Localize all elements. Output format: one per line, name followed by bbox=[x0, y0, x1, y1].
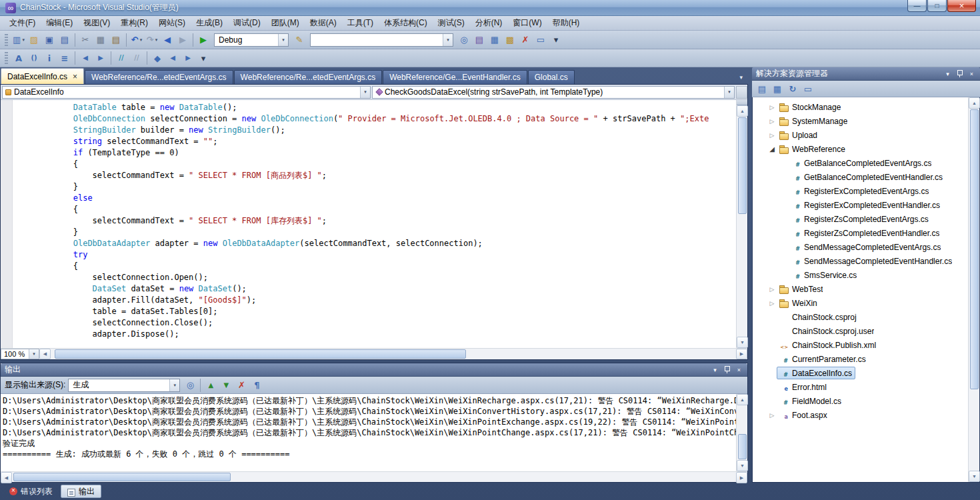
scroll-right-icon[interactable]: ▶ bbox=[736, 349, 747, 359]
code-lines[interactable]: DataTable table = new DataTable(); OleDb… bbox=[13, 100, 736, 348]
toolbar-grip[interactable] bbox=[5, 52, 8, 64]
scrollbar-track[interactable] bbox=[969, 390, 979, 471]
split-window-button[interactable] bbox=[736, 86, 747, 99]
types-combo[interactable]: DataExcelInfo ▾ bbox=[2, 86, 371, 99]
copy-icon[interactable]: ▦ bbox=[93, 33, 108, 47]
title-bar[interactable]: ∞ ChainStock - Microsoft Visual Studio(管… bbox=[0, 0, 980, 16]
document-tab[interactable]: Global.cs bbox=[528, 70, 575, 84]
collapsed-arrow-icon[interactable]: ▷ bbox=[767, 300, 777, 307]
output-horizontal-scrollbar[interactable]: ◀ ▶ bbox=[1, 471, 747, 482]
tree-item[interactable]: #SmsService.cs bbox=[753, 268, 968, 282]
menu-item[interactable]: 帮助(H) bbox=[547, 16, 585, 30]
tab-close-icon[interactable]: × bbox=[73, 72, 77, 81]
tree-item[interactable]: ▷StockManage bbox=[753, 100, 968, 114]
show-all-files-icon[interactable]: ▦ bbox=[770, 81, 785, 96]
expanded-arrow-icon[interactable]: ◢ bbox=[767, 145, 777, 153]
solution-explorer-icon[interactable]: ▤ bbox=[472, 33, 487, 47]
collapsed-arrow-icon[interactable]: ▷ bbox=[767, 132, 777, 139]
object-browser-icon[interactable]: ▭ bbox=[533, 33, 548, 47]
navigate-backward-icon[interactable]: ◀ bbox=[160, 33, 175, 47]
auto-hide-pin-icon[interactable] bbox=[955, 69, 964, 78]
tree-item[interactable]: ▷WeiXin bbox=[753, 296, 968, 310]
find-combo[interactable]: ▾ bbox=[310, 33, 453, 47]
menu-item[interactable]: 工具(T) bbox=[342, 16, 379, 30]
menu-item[interactable]: 文件(F) bbox=[4, 16, 41, 30]
properties-window-icon[interactable]: ▦ bbox=[487, 33, 502, 47]
maximize-button[interactable]: □ bbox=[927, 0, 947, 12]
scroll-left-icon[interactable]: ◀ bbox=[39, 349, 51, 359]
tree-item[interactable]: #SendMessageCompletedEventHandler.cs bbox=[753, 254, 968, 268]
minimize-button[interactable]: — bbox=[907, 0, 927, 12]
document-tab[interactable]: DataExcelInfo.cs× bbox=[1, 68, 84, 84]
tree-item[interactable]: ▷aFoot.aspx bbox=[753, 408, 968, 422]
properties-icon[interactable]: ▤ bbox=[755, 81, 769, 96]
save-icon[interactable]: ▣ bbox=[42, 33, 57, 47]
tree-item[interactable]: #SendMessageCompletedEventArgs.cs bbox=[753, 240, 968, 254]
scroll-up-icon[interactable]: ▲ bbox=[969, 97, 980, 109]
uncomment-selection-icon[interactable]: // bbox=[129, 51, 144, 65]
output-source-combo[interactable]: 生成 ▾ bbox=[68, 379, 180, 392]
document-list-dropdown-icon[interactable]: ▾ bbox=[739, 74, 743, 81]
prev-message-icon[interactable]: ▲ bbox=[203, 378, 218, 393]
collapsed-arrow-icon[interactable]: ▷ bbox=[767, 104, 777, 111]
scroll-up-icon[interactable]: ▲ bbox=[737, 105, 748, 117]
collapsed-arrow-icon[interactable]: ▷ bbox=[767, 286, 777, 293]
document-tab[interactable]: WebReference/Re...etedEventArgs.cs bbox=[234, 70, 383, 84]
refresh-icon[interactable]: ↻ bbox=[785, 81, 800, 96]
increase-indent-icon[interactable]: ▶ bbox=[93, 51, 108, 65]
solution-explorer-scrollbar[interactable]: ▲ ▼ bbox=[968, 97, 979, 482]
window-position-icon[interactable]: ▾ bbox=[711, 365, 719, 374]
scroll-down-icon[interactable]: ▼ bbox=[737, 337, 748, 348]
menu-item[interactable]: 网站(S) bbox=[153, 16, 191, 30]
toolbar-grip[interactable] bbox=[5, 34, 8, 46]
document-tab[interactable]: WebReference/Ge...EventHandler.cs bbox=[383, 70, 527, 84]
menu-item[interactable]: 重构(R) bbox=[115, 16, 153, 30]
decrease-indent-icon[interactable]: ◀ bbox=[78, 51, 93, 65]
tree-item[interactable]: #GetBalanceCompletedEventArgs.cs bbox=[753, 156, 968, 170]
menu-item[interactable]: 测试(S) bbox=[433, 16, 470, 30]
tree-item[interactable]: ChainStock.csproj.user bbox=[753, 324, 968, 338]
output-vertical-scrollbar[interactable]: ▲ ▼ bbox=[736, 394, 747, 471]
split-handle[interactable] bbox=[737, 100, 747, 105]
member-list-icon[interactable]: A bbox=[11, 51, 26, 65]
menu-item[interactable]: 编辑(E) bbox=[41, 16, 78, 30]
view-class-diagram-icon[interactable]: ▭ bbox=[801, 81, 815, 96]
close-panel-icon[interactable]: × bbox=[967, 69, 976, 78]
scrollbar-thumb[interactable] bbox=[55, 349, 466, 359]
menu-item[interactable]: 调试(D) bbox=[228, 16, 266, 30]
breakpoint-margin[interactable] bbox=[1, 100, 13, 348]
members-combo-dropdown-icon[interactable]: ▾ bbox=[724, 87, 734, 98]
tree-item[interactable]: ▷SystemManage bbox=[753, 114, 968, 128]
prev-bookmark-icon[interactable]: ◀ bbox=[165, 51, 180, 65]
menu-item[interactable]: 生成(B) bbox=[191, 16, 228, 30]
scrollbar-thumb[interactable] bbox=[13, 473, 231, 481]
debug-config-dropdown-icon[interactable]: ▾ bbox=[278, 34, 288, 46]
scroll-up-icon[interactable]: ▲ bbox=[737, 394, 748, 405]
word-wrap-icon[interactable]: ¶ bbox=[249, 378, 264, 393]
toolbar-options-icon[interactable]: ▾ bbox=[196, 51, 211, 65]
find-combo-dropdown-icon[interactable]: ▾ bbox=[443, 34, 453, 46]
scrollbar-thumb[interactable] bbox=[738, 434, 747, 459]
clear-all-icon[interactable]: ✗ bbox=[234, 378, 249, 393]
output-source-dropdown-icon[interactable]: ▾ bbox=[169, 379, 179, 391]
menu-item[interactable]: 体系结构(C) bbox=[379, 16, 433, 30]
document-tab[interactable]: WebReference/Re...etedEventArgs.cs bbox=[85, 70, 233, 84]
close-panel-icon[interactable]: × bbox=[735, 365, 743, 374]
auto-hide-pin-icon[interactable] bbox=[723, 365, 731, 374]
window-position-icon[interactable]: ▾ bbox=[943, 69, 952, 78]
quick-find-icon[interactable]: ◎ bbox=[457, 33, 471, 47]
dropdown-arrow-icon[interactable]: ▾ bbox=[155, 37, 158, 43]
menu-item[interactable]: 窗口(W) bbox=[507, 16, 547, 30]
debug-config-combo[interactable]: Debug ▾ bbox=[214, 33, 289, 47]
start-debugging-icon[interactable]: ▶ bbox=[196, 33, 211, 47]
navigate-forward-icon[interactable]: ▶ bbox=[175, 33, 190, 47]
scroll-left-icon[interactable]: ◀ bbox=[1, 472, 12, 483]
tree-item[interactable]: <>ChainStock.Publish.xml bbox=[753, 338, 968, 352]
scroll-down-icon[interactable]: ▼ bbox=[737, 460, 748, 471]
tree-item[interactable]: #GetBalanceCompletedEventHandler.cs bbox=[753, 170, 968, 184]
comment-selection-icon[interactable]: // bbox=[114, 51, 129, 65]
completion-list-icon[interactable]: ≡ bbox=[57, 51, 72, 65]
close-button[interactable]: × bbox=[947, 0, 976, 12]
editor-horizontal-scrollbar[interactable] bbox=[51, 349, 736, 359]
toggle-bookmark-icon[interactable]: ◆ bbox=[150, 51, 165, 65]
